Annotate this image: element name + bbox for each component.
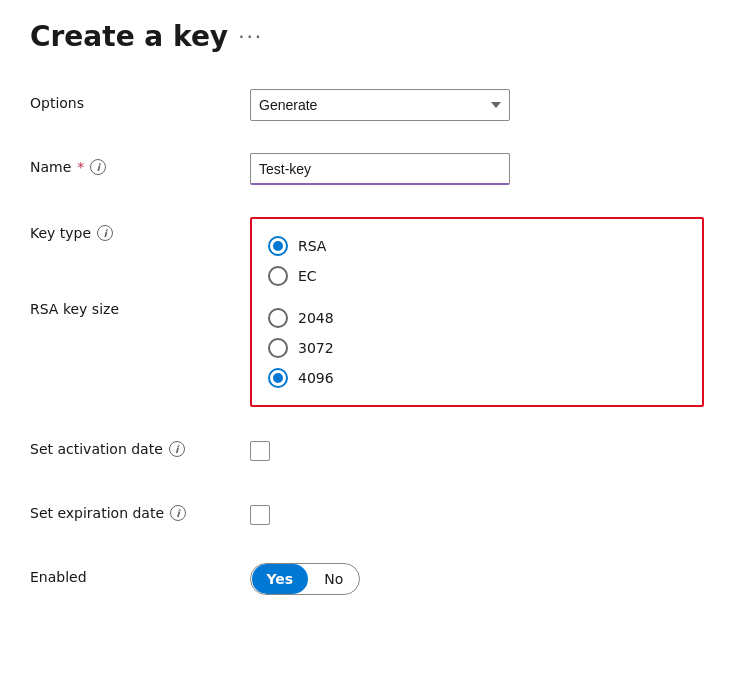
radio-2048-label: 2048 — [298, 310, 334, 326]
enabled-control: Yes No — [250, 563, 704, 595]
activation-date-checkbox[interactable] — [250, 441, 270, 461]
radio-ec[interactable]: EC — [268, 261, 686, 291]
name-row: Name * i — [30, 153, 704, 189]
radio-ec-circle — [268, 266, 288, 286]
activation-info-icon[interactable]: i — [169, 441, 185, 457]
radio-divider — [268, 291, 686, 303]
name-input[interactable] — [250, 153, 510, 185]
radio-4096[interactable]: 4096 — [268, 363, 686, 393]
expiration-date-control — [250, 499, 704, 525]
key-type-rsa-box: RSA EC 2048 3072 — [250, 217, 704, 407]
enabled-no-option[interactable]: No — [309, 564, 359, 594]
activation-checkbox-wrapper — [250, 435, 704, 461]
options-select[interactable]: Generate Import Restore backup — [250, 89, 510, 121]
expiration-date-checkbox[interactable] — [250, 505, 270, 525]
activation-date-control — [250, 435, 704, 461]
expiration-date-label: Set expiration date i — [30, 499, 250, 521]
enabled-toggle[interactable]: Yes No — [250, 563, 360, 595]
name-label: Name * i — [30, 153, 250, 175]
expiration-info-icon[interactable]: i — [170, 505, 186, 521]
radio-ec-label: EC — [298, 268, 317, 284]
rsa-key-size-label: RSA key size — [30, 301, 250, 317]
expiration-checkbox-wrapper — [250, 499, 704, 525]
radio-3072-label: 3072 — [298, 340, 334, 356]
options-control: Generate Import Restore backup — [250, 89, 704, 121]
options-row: Options Generate Import Restore backup — [30, 89, 704, 125]
key-type-info-icon[interactable]: i — [97, 225, 113, 241]
enabled-label: Enabled — [30, 563, 250, 585]
expiration-date-row: Set expiration date i — [30, 499, 704, 535]
radio-3072[interactable]: 3072 — [268, 333, 686, 363]
key-type-rsa-control: RSA EC 2048 3072 — [250, 217, 704, 407]
name-info-icon[interactable]: i — [90, 159, 106, 175]
radio-rsa-circle — [268, 236, 288, 256]
enabled-row: Enabled Yes No — [30, 563, 704, 599]
activation-date-row: Set activation date i — [30, 435, 704, 471]
options-label: Options — [30, 89, 250, 111]
radio-4096-label: 4096 — [298, 370, 334, 386]
required-indicator: * — [77, 159, 84, 175]
more-options-icon[interactable]: ··· — [238, 25, 263, 49]
page-title: Create a key — [30, 20, 228, 53]
activation-date-label: Set activation date i — [30, 435, 250, 457]
page-header: Create a key ··· — [30, 20, 704, 53]
create-key-form: Options Generate Import Restore backup N… — [30, 89, 704, 599]
radio-3072-circle — [268, 338, 288, 358]
radio-2048-circle — [268, 308, 288, 328]
radio-rsa-label: RSA — [298, 238, 326, 254]
key-type-rsa-row: Key type i RSA key size RSA EC — [30, 217, 704, 407]
radio-2048[interactable]: 2048 — [268, 303, 686, 333]
name-control — [250, 153, 704, 185]
enabled-yes-option[interactable]: Yes — [252, 564, 308, 594]
radio-4096-circle — [268, 368, 288, 388]
key-type-label: Key type i — [30, 217, 250, 241]
radio-rsa[interactable]: RSA — [268, 231, 686, 261]
